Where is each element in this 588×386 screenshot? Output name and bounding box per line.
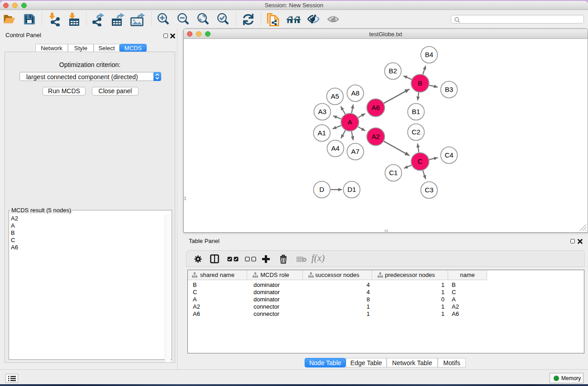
svg-text:D: D bbox=[320, 186, 325, 193]
svg-text:A2: A2 bbox=[372, 133, 380, 140]
svg-text:A8: A8 bbox=[351, 89, 359, 97]
svg-text:A5: A5 bbox=[331, 92, 339, 100]
svg-text:A6: A6 bbox=[372, 104, 380, 111]
svg-text:C4: C4 bbox=[445, 151, 453, 159]
svg-text:C2: C2 bbox=[411, 128, 420, 136]
svg-text:A4: A4 bbox=[331, 144, 339, 152]
svg-text:B1: B1 bbox=[412, 108, 420, 115]
svg-text:C: C bbox=[418, 157, 423, 165]
svg-text:C1: C1 bbox=[389, 169, 397, 176]
svg-text:B: B bbox=[418, 79, 422, 87]
svg-text:D1: D1 bbox=[347, 186, 356, 193]
svg-text:B3: B3 bbox=[445, 86, 453, 93]
svg-text:A3: A3 bbox=[318, 108, 326, 115]
svg-text:A7: A7 bbox=[351, 148, 359, 155]
svg-text:C3: C3 bbox=[425, 186, 433, 194]
svg-text:B4: B4 bbox=[425, 51, 433, 58]
svg-text:A: A bbox=[348, 118, 352, 126]
svg-text:B2: B2 bbox=[389, 67, 397, 75]
svg-text:A1: A1 bbox=[318, 129, 326, 137]
